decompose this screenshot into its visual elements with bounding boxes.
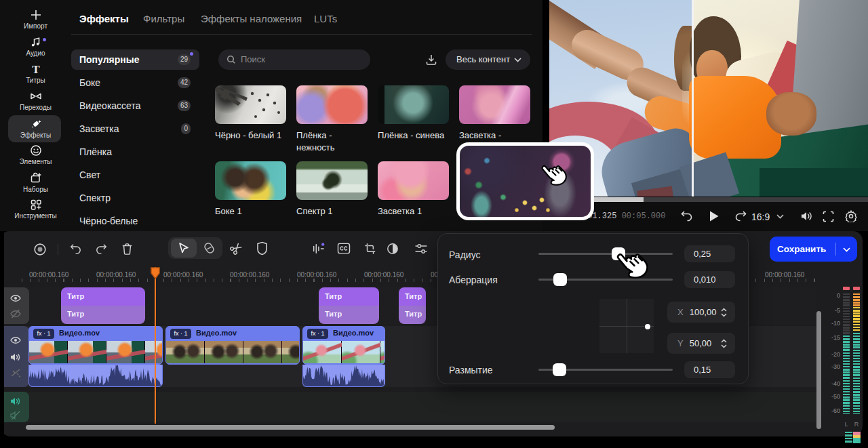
svg-text:T: T [32,63,40,75]
